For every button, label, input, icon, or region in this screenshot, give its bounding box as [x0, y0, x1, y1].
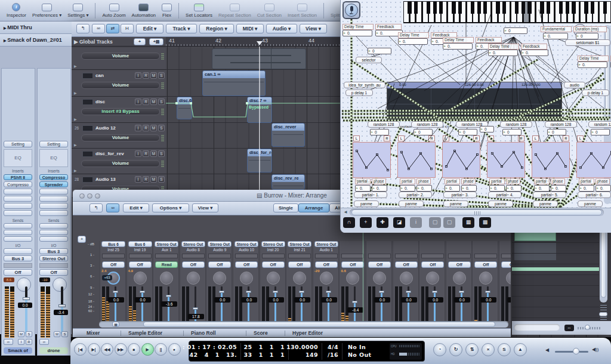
setting-box[interactable]	[208, 254, 231, 258]
toolbar-item-auto-zoom[interactable]: Auto Zoom	[102, 4, 125, 18]
mute-button[interactable]: M	[150, 98, 157, 105]
tab-mixer[interactable]: Mixer	[87, 330, 100, 336]
right-channel-box[interactable]: R	[473, 135, 480, 141]
selector-numbox[interactable]: 0	[368, 48, 391, 54]
left-channel-box[interactable]: L	[398, 135, 405, 141]
sync-button[interactable]: ▲	[514, 343, 527, 356]
partial-numbox[interactable]: 0.	[489, 185, 505, 192]
mic-button[interactable]	[342, 1, 360, 19]
random-object[interactable]: random 128	[368, 121, 400, 128]
panme-object[interactable]: panme	[578, 200, 603, 207]
lcd-tempo[interactable]: 130.0000	[286, 344, 318, 350]
track-header-disc_for_rev[interactable]: disc_for_revIRMSVolume▶	[72, 149, 166, 174]
volume-slider-track[interactable]	[555, 351, 588, 353]
pan-knob[interactable]	[506, 272, 511, 285]
track-header-partial[interactable]: Volume▶	[72, 48, 166, 70]
record-enable-button[interactable]: R	[143, 176, 149, 183]
automation-mode-button[interactable]: Off	[235, 261, 258, 268]
setting-box[interactable]	[341, 254, 364, 258]
fader-cap[interactable]	[432, 291, 437, 293]
piano-black-key[interactable]	[572, 1, 575, 14]
panme-object[interactable]: panme	[399, 200, 424, 207]
insert-slot[interactable]	[39, 189, 68, 195]
piano-black-key[interactable]	[458, 1, 462, 14]
delay-time-numbox[interactable]: 0.	[342, 30, 372, 36]
automation-mode-button[interactable]: Off	[368, 261, 391, 268]
stereo-format-button[interactable]: ∞	[4, 339, 13, 345]
left-channel-box[interactable]: L	[353, 135, 360, 141]
lcd-time-signature[interactable]: 4/4	[328, 344, 338, 350]
piano-black-key[interactable]	[540, 1, 544, 14]
lcd-smpte-position[interactable]: 01 : 01 : 17 : 02.05	[172, 344, 237, 350]
midi-thru-button[interactable]: ⇄	[106, 24, 119, 33]
lcd-tempo-alt[interactable]: 149	[306, 351, 318, 358]
input-monitor-button[interactable]: I	[135, 176, 141, 183]
random-numbox[interactable]: 0	[502, 129, 521, 135]
right-channel-box[interactable]: R	[428, 135, 435, 141]
partial-tilde-object[interactable]: partial~ 1.	[354, 192, 387, 198]
grid-icon[interactable]: ▦	[462, 217, 474, 228]
partial-numbox[interactable]: 0.	[579, 185, 594, 192]
menu-view[interactable]: View ▾	[192, 203, 218, 212]
output-button[interactable]: Bus 6	[128, 241, 152, 247]
insert-slot[interactable]	[4, 203, 32, 209]
view-arrange[interactable]: Arrange	[298, 203, 329, 212]
insert-slot[interactable]	[39, 196, 68, 202]
function-editor[interactable]	[442, 142, 480, 178]
cycle-button[interactable]: ↻	[449, 343, 462, 356]
function-editor[interactable]	[576, 142, 611, 178]
insert-slot[interactable]	[4, 210, 32, 216]
pan-knob[interactable]	[346, 272, 359, 285]
panme-object[interactable]: panme	[354, 200, 379, 207]
phase-numbox[interactable]: 0.	[551, 185, 566, 192]
fader-cap[interactable]	[352, 301, 357, 303]
piano-black-key[interactable]	[547, 1, 550, 14]
autopunch-button[interactable]: ⇅	[465, 343, 479, 356]
io-slot[interactable]: Bus 3	[4, 255, 32, 261]
output-button[interactable]: Stereo Out	[314, 241, 338, 247]
random-object[interactable]: random 128	[500, 121, 532, 128]
waveform-zoom-icon[interactable]: ↔	[564, 325, 574, 331]
automation-mode-button[interactable]: Off	[421, 261, 444, 268]
track-header-disc[interactable]: discIRMSInsert #3 Bypass▶	[72, 97, 166, 123]
record-enable-button[interactable]: R	[143, 125, 149, 131]
io-slot[interactable]: Stereo Out	[39, 255, 68, 261]
tab-piano-roll[interactable]: Piano Roll	[191, 330, 216, 336]
random-object[interactable]: random 128	[545, 121, 577, 128]
go-to-end-button[interactable]: ▶|	[88, 343, 100, 356]
piano-black-key[interactable]	[502, 1, 506, 14]
setting-box[interactable]	[395, 254, 418, 258]
delay-time-numbox[interactable]: 0.	[443, 43, 473, 50]
random-numbox[interactable]: 0	[413, 129, 433, 135]
disclosure-midi-thru[interactable]: ▶ MIDI Thru	[0, 21, 72, 34]
insert-slot[interactable]	[39, 210, 68, 216]
volume-slider-thumb[interactable]	[573, 348, 579, 354]
eq-thumbnail[interactable]: EQ	[4, 149, 32, 167]
setting-box[interactable]	[102, 254, 125, 258]
mixer-h-scrollbar[interactable]: ▦	[99, 321, 508, 328]
toolbar-item-preferences[interactable]: Preferences ▾	[32, 4, 61, 18]
selector-object[interactable]: selector	[356, 57, 382, 63]
menu-edit[interactable]: Edit ▾	[123, 203, 149, 212]
setting-box[interactable]	[315, 254, 338, 258]
h-scrollbar-thumb[interactable]	[351, 209, 602, 215]
setting-box[interactable]	[448, 254, 471, 258]
solo-button[interactable]: S	[26, 331, 32, 337]
mixer-strip-hidden-11[interactable]: Off0.0MS	[393, 241, 419, 321]
pan-knob[interactable]	[426, 272, 439, 285]
hide-tracks-button[interactable]: H	[121, 24, 134, 33]
link-button[interactable]: ∞	[106, 203, 119, 212]
send-slot[interactable]	[39, 223, 68, 229]
fader-cap[interactable]	[379, 291, 384, 293]
view-single[interactable]: Single	[273, 203, 298, 212]
piano-black-key[interactable]	[521, 1, 525, 14]
back-button[interactable]: ↰	[90, 203, 103, 212]
solo-button[interactable]: S	[158, 98, 165, 105]
automation-mode-button[interactable]: Off	[4, 269, 32, 276]
piano-black-key[interactable]	[591, 1, 594, 14]
tab-score[interactable]: Score	[254, 330, 268, 336]
piano-black-key[interactable]	[408, 1, 411, 14]
track-lane-button[interactable]: Volume	[81, 53, 160, 60]
phase-numbox[interactable]: 0.	[461, 185, 477, 192]
mute-button[interactable]: M	[150, 150, 157, 157]
